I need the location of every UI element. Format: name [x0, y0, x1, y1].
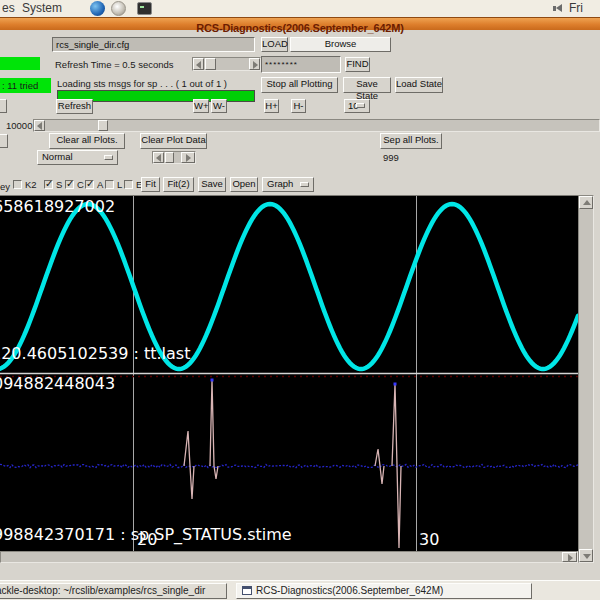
- checkbox-c[interactable]: C: [65, 179, 84, 190]
- checkbox-label: K2: [25, 179, 37, 190]
- plot-horizontal-scrollbar[interactable]: [0, 551, 578, 563]
- checkbox-label: L: [117, 179, 122, 190]
- checkbox-s[interactable]: S: [44, 179, 62, 190]
- plot-canvas[interactable]: 658618927002 120.4605102539 : tt.last 09…: [0, 195, 578, 551]
- checkbox-box: [44, 180, 53, 189]
- option-indicator: [104, 155, 113, 160]
- clear-all-plots-button[interactable]: Clear all Plots.: [49, 133, 125, 149]
- clock-applet[interactable]: Fri: [569, 0, 583, 17]
- status-green-bar: [0, 57, 40, 70]
- x-tick-30: 30: [419, 530, 439, 549]
- browse-button[interactable]: Browse: [290, 37, 391, 52]
- checkbox-k2[interactable]: K2: [13, 179, 37, 190]
- save-button[interactable]: Save: [198, 177, 226, 192]
- range-scrollbar[interactable]: [33, 119, 600, 132]
- width-minus-button[interactable]: W-: [211, 99, 227, 113]
- width-plus-button[interactable]: W+: [193, 99, 209, 113]
- checkbox-box: [65, 180, 74, 189]
- checkbox-e[interactable]: E: [124, 179, 142, 190]
- mode-option-menu[interactable]: Normal: [37, 150, 118, 165]
- refresh-button[interactable]: Refresh: [56, 99, 93, 114]
- height-minus-button[interactable]: H-: [291, 99, 306, 113]
- window-title: RCS-Diagnostics(2006.September_642M): [196, 22, 403, 34]
- refresh-time-label: Refresh Time = 0.5 seconds: [55, 59, 174, 70]
- open-button[interactable]: Open: [230, 177, 258, 192]
- volume-icon[interactable]: [556, 4, 562, 12]
- plot-vertical-scrollbar[interactable]: [578, 195, 594, 563]
- option-indicator: [356, 103, 365, 108]
- taskbar-item-label: ackle-desktop: ~/rcslib/examples/rcs_sin…: [0, 585, 205, 596]
- plot-second-value: 094882448043: [0, 374, 115, 393]
- graph-option-menu[interactable]: Graph: [262, 177, 314, 192]
- sep-all-plots-button[interactable]: Sep all Plots.: [380, 133, 442, 149]
- option-indicator: [300, 182, 309, 187]
- plot-ttlast-value: 120.4605102539 : tt.last: [0, 344, 190, 363]
- loading-status-label: Loading sts msgs for sp . . . ( 1 out of…: [57, 78, 227, 89]
- mode-scrollbar[interactable]: [152, 151, 196, 164]
- mode-option-value: Normal: [42, 151, 73, 162]
- menu-places-partial[interactable]: es: [2, 0, 15, 17]
- menu-system[interactable]: System: [22, 0, 62, 17]
- load-state-button[interactable]: Load State: [395, 77, 443, 93]
- range-value-label: 10000: [6, 120, 32, 131]
- desktop-screen: es System Fri RCS-Diagnostics(2006.Septe…: [0, 0, 600, 600]
- clipped-left-button-2[interactable]: [0, 134, 8, 148]
- config-file-input[interactable]: rcs_single_dir.cfg: [52, 37, 255, 52]
- taskbar: ackle-desktop: ~/rcslib/examples/rcs_sin…: [0, 580, 600, 600]
- clear-plot-data-button[interactable]: Clear Plot Data: [140, 133, 207, 149]
- taskbar-item-label: RCS-Diagnostics(2006.September_642M): [256, 585, 443, 596]
- find-button[interactable]: FIND: [345, 57, 370, 72]
- password-input[interactable]: ********: [261, 56, 341, 73]
- taskbar-item-terminal[interactable]: ackle-desktop: ~/rcslib/examples/rcs_sin…: [0, 583, 227, 599]
- key-label-partial: ey: [0, 181, 10, 192]
- window-titlebar[interactable]: RCS-Diagnostics(2006.September_642M): [0, 17, 600, 30]
- graph-option-value: Graph: [267, 178, 293, 189]
- tried-status-label: : 11 tried: [0, 78, 51, 93]
- checkbox-label: S: [56, 179, 62, 190]
- browser-globe-icon[interactable]: [90, 1, 105, 16]
- volume-icon-box: [553, 6, 556, 11]
- checkbox-box: [105, 180, 114, 189]
- load-button[interactable]: LOAD: [261, 37, 288, 52]
- checkbox-box: [124, 180, 133, 189]
- checkbox-l[interactable]: L: [105, 179, 122, 190]
- fit2-button[interactable]: Fit(2): [163, 177, 194, 192]
- checkbox-box: [85, 180, 94, 189]
- plot-top-value: 658618927002: [0, 197, 115, 216]
- checkbox-a[interactable]: A: [85, 179, 103, 190]
- stop-all-plotting-button[interactable]: Stop all Plotting: [261, 77, 338, 93]
- points-option-menu[interactable]: 10: [344, 99, 370, 113]
- refresh-time-scrollbar[interactable]: [192, 57, 261, 71]
- terminal-icon[interactable]: [137, 2, 152, 15]
- taskbar-item-rcs-diagnostics[interactable]: RCS-Diagnostics(2006.September_642M): [236, 583, 532, 599]
- x-tick-20: 20: [137, 530, 157, 549]
- checkbox-label: C: [77, 179, 84, 190]
- window-icon: [242, 586, 252, 595]
- clipped-left-button[interactable]: [0, 99, 7, 113]
- help-orb-icon[interactable]: [111, 1, 126, 16]
- height-plus-button[interactable]: H+: [264, 99, 279, 113]
- gnome-menubar: es System Fri: [0, 0, 600, 17]
- fit-button[interactable]: Fit: [141, 177, 160, 192]
- save-state-button[interactable]: Save State: [343, 77, 391, 93]
- checkbox-label: A: [97, 179, 103, 190]
- checkbox-box: [13, 180, 22, 189]
- plot-count-label: 999: [383, 152, 399, 163]
